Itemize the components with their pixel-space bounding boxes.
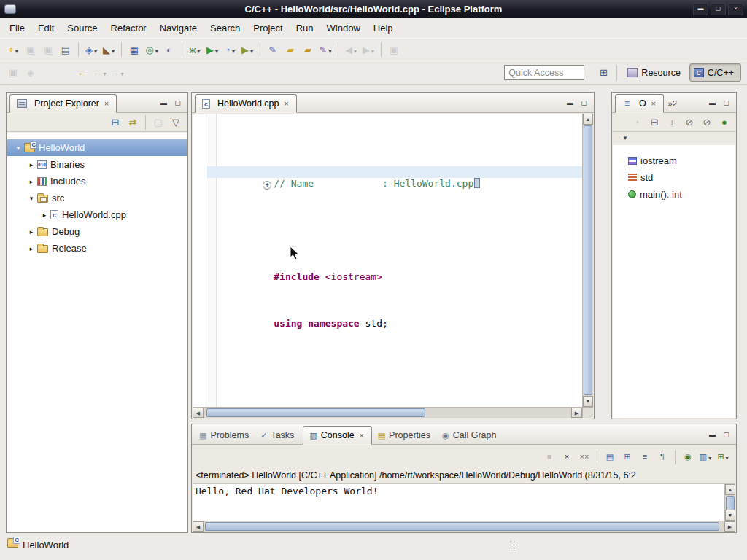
menu-item[interactable]: Edit bbox=[31, 20, 61, 36]
dropdown-arrow-icon[interactable] bbox=[196, 44, 200, 55]
menu-item[interactable]: Search bbox=[204, 20, 247, 36]
expand-arrow-icon[interactable] bbox=[13, 144, 23, 152]
dropdown-arrow-icon[interactable] bbox=[154, 44, 158, 55]
mark-occurrences-button[interactable]: ✎ bbox=[265, 42, 281, 58]
scroll-up-icon[interactable] bbox=[725, 484, 735, 495]
code-area[interactable]: // Name : HelloWorld.cpp #include <iostr… bbox=[193, 114, 582, 407]
menu-item[interactable]: Run bbox=[290, 20, 320, 36]
dropdown-arrow-icon[interactable] bbox=[14, 44, 18, 55]
import-log-button[interactable]: ⊞ bbox=[619, 449, 635, 465]
perspective-cpp-button[interactable]: C/C++ bbox=[689, 63, 741, 82]
close-button[interactable]: × bbox=[728, 3, 743, 15]
editor-vertical-scrollbar[interactable] bbox=[582, 114, 593, 407]
tree-item-helloworld[interactable]: HelloWorld bbox=[7, 139, 187, 156]
dropdown-arrow-icon[interactable] bbox=[370, 44, 374, 55]
expand-arrow-icon[interactable] bbox=[39, 211, 50, 219]
view-menu-button[interactable]: ▾ bbox=[617, 133, 633, 144]
maximize-view-button[interactable]: ▢ bbox=[719, 429, 733, 440]
tree-item-binaries[interactable]: Binaries bbox=[7, 156, 187, 173]
new-class-button[interactable]: ◎ bbox=[144, 42, 160, 58]
tree-item-src[interactable]: src bbox=[7, 190, 187, 206]
scrollbar-thumb[interactable] bbox=[584, 125, 592, 395]
expand-arrow-icon[interactable] bbox=[26, 195, 36, 202]
dropdown-arrow-icon[interactable] bbox=[724, 451, 729, 462]
menu-item[interactable]: Source bbox=[61, 20, 104, 36]
perspective-resource-button[interactable]: Resource bbox=[623, 63, 688, 82]
tree-item-includes[interactable]: Includes bbox=[7, 173, 187, 190]
tab-project-explorer[interactable]: Project Explorer bbox=[9, 94, 117, 113]
toolbar-item[interactable] bbox=[597, 450, 597, 464]
open-element-button[interactable]: ▰ bbox=[282, 42, 298, 58]
word-wrap-button[interactable]: ¶ bbox=[654, 449, 670, 465]
dropdown-arrow-icon[interactable] bbox=[327, 44, 331, 55]
scroll-down-icon[interactable] bbox=[725, 510, 735, 521]
tab-call-graph[interactable]: ◉ Call Graph bbox=[436, 426, 502, 445]
link-with-editor-button[interactable]: ⇄ bbox=[125, 114, 141, 131]
minimize-view-button[interactable]: ▬ bbox=[705, 97, 719, 109]
save-all-button[interactable]: ▣ bbox=[40, 42, 56, 58]
hide-non-public-button[interactable]: ● bbox=[716, 114, 732, 131]
hide-fields-button[interactable]: ⊘ bbox=[681, 114, 697, 131]
next-edit-button[interactable]: ▶ bbox=[360, 42, 376, 58]
toolbar-item[interactable] bbox=[381, 42, 382, 57]
toggle-breadcrumb-button[interactable]: ▣ bbox=[386, 42, 402, 58]
dropdown-arrow-icon[interactable] bbox=[231, 44, 235, 55]
outline-item-main[interactable]: main() : int bbox=[613, 186, 735, 203]
pin-console-button[interactable]: ◉ bbox=[680, 449, 696, 465]
tab-console[interactable]: ▥ Console bbox=[303, 426, 371, 445]
dropdown-arrow-icon[interactable] bbox=[101, 67, 106, 78]
view-menu-button[interactable]: ▽ bbox=[168, 114, 184, 131]
close-icon[interactable] bbox=[358, 430, 365, 440]
tab-problems[interactable]: ▦ Problems bbox=[193, 426, 255, 445]
minimize-view-button[interactable]: ▬ bbox=[563, 97, 577, 109]
outline-item-std[interactable]: std bbox=[613, 169, 735, 186]
back-button[interactable]: ← bbox=[91, 65, 107, 81]
scroll-left-icon[interactable] bbox=[193, 521, 204, 532]
toolbar-item[interactable] bbox=[675, 450, 676, 464]
menu-item[interactable]: File bbox=[3, 20, 31, 36]
pin-editor-button[interactable]: ▣ bbox=[5, 65, 21, 81]
code-line[interactable]: // Name : HelloWorld.cpp bbox=[193, 166, 582, 178]
tab-helloworld-cpp[interactable]: HelloWorld.cpp bbox=[195, 94, 297, 113]
minimize-button[interactable]: ▬ bbox=[693, 3, 708, 15]
menu-item[interactable]: Refactor bbox=[104, 20, 153, 36]
scroll-right-icon[interactable] bbox=[724, 521, 735, 532]
dropdown-arrow-icon[interactable] bbox=[352, 44, 357, 55]
focus-button[interactable]: ◔ bbox=[629, 114, 645, 131]
expand-arrow-icon[interactable] bbox=[26, 228, 36, 236]
expand-arrow-icon[interactable] bbox=[26, 245, 36, 252]
focus-task-button[interactable]: ▢ bbox=[150, 114, 166, 131]
scroll-down-icon[interactable] bbox=[583, 396, 593, 407]
run-button[interactable]: ▶ bbox=[204, 42, 220, 58]
print-button[interactable]: ▤ bbox=[58, 42, 74, 58]
tree-item-release[interactable]: Release bbox=[7, 240, 187, 257]
scroll-right-icon[interactable] bbox=[571, 408, 582, 418]
display-console-button[interactable]: ▥ bbox=[697, 449, 713, 465]
dropdown-arrow-icon[interactable] bbox=[249, 44, 253, 55]
scroll-lock-button[interactable]: ≡ bbox=[637, 449, 653, 465]
build-all-button[interactable]: ◣ bbox=[101, 42, 117, 58]
window-menu-icon[interactable] bbox=[4, 4, 16, 14]
sort-button[interactable]: ↓ bbox=[664, 114, 680, 131]
new-wizard-button[interactable]: + bbox=[5, 42, 21, 58]
search-button[interactable]: ✎ bbox=[317, 42, 333, 58]
quick-access-input[interactable] bbox=[504, 65, 584, 80]
save-button[interactable]: ▣ bbox=[23, 42, 39, 58]
menu-item[interactable]: Help bbox=[367, 20, 400, 36]
dropdown-arrow-icon[interactable] bbox=[119, 67, 123, 78]
profile-button[interactable]: ◔ bbox=[222, 42, 238, 58]
tree-item-debug[interactable]: Debug bbox=[7, 223, 187, 240]
dropdown-arrow-icon[interactable] bbox=[707, 451, 711, 462]
menu-item[interactable]: Window bbox=[320, 20, 367, 36]
fold-toggle-icon[interactable] bbox=[249, 178, 274, 190]
console-vertical-scrollbar[interactable] bbox=[724, 484, 735, 521]
open-console-button[interactable]: ⊞ bbox=[715, 449, 731, 465]
toolbar-item[interactable] bbox=[260, 42, 260, 57]
expand-arrow-icon[interactable] bbox=[26, 178, 36, 185]
terminate-button[interactable]: ■ bbox=[541, 449, 557, 465]
collapse-all-button[interactable]: ⊟ bbox=[107, 114, 123, 131]
export-log-button[interactable]: ▤ bbox=[602, 449, 618, 465]
close-icon[interactable] bbox=[103, 98, 110, 109]
dropdown-arrow-icon[interactable] bbox=[93, 44, 97, 55]
console-binary-button[interactable]: ▦ bbox=[126, 42, 142, 58]
